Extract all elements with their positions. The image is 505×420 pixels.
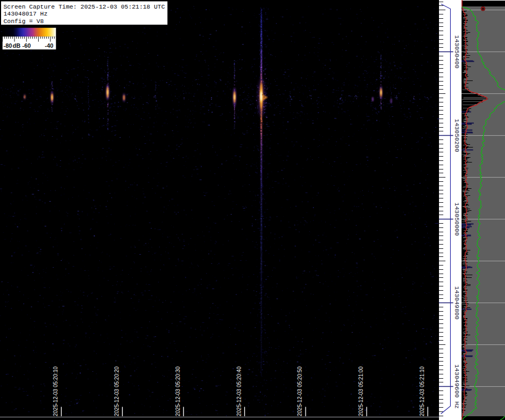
- svg-text:143050000: 143050000: [453, 203, 460, 236]
- svg-text:-40: -40: [45, 42, 54, 49]
- svg-text:2025-12-03 05:20:10: 2025-12-03 05:20:10: [53, 366, 58, 416]
- svg-text:143049800: 143049800: [453, 286, 460, 320]
- svg-text:2025-12-03 05:21:10: 2025-12-03 05:21:10: [419, 366, 425, 416]
- svg-text:Config = V8: Config = V8: [4, 18, 44, 25]
- svg-text:2025-12-03 05:20:30: 2025-12-03 05:20:30: [175, 366, 181, 416]
- svg-text:2025-12-03 05:20:50: 2025-12-03 05:20:50: [297, 366, 303, 416]
- svg-text:2025-12-03 05:20:40: 2025-12-03 05:20:40: [236, 366, 242, 416]
- svg-text:-80: -80: [4, 42, 12, 49]
- svg-text:143050200: 143050200: [453, 119, 460, 152]
- svg-text:2025-12-03 05:20:20: 2025-12-03 05:20:20: [114, 366, 120, 416]
- svg-text:143049600 Hz: 143049600 Hz: [453, 364, 460, 409]
- svg-text:Screen Capture Time: 2025-12-0: Screen Capture Time: 2025-12-03 05:21:18…: [4, 4, 165, 10]
- svg-text:-60: -60: [23, 42, 31, 49]
- svg-text:143048017 Hz: 143048017 Hz: [4, 11, 48, 17]
- svg-text:143050400: 143050400: [453, 35, 460, 69]
- svg-text:2025-12-03 05:21:00: 2025-12-03 05:21:00: [358, 366, 364, 416]
- svg-text:dB: dB: [13, 42, 21, 49]
